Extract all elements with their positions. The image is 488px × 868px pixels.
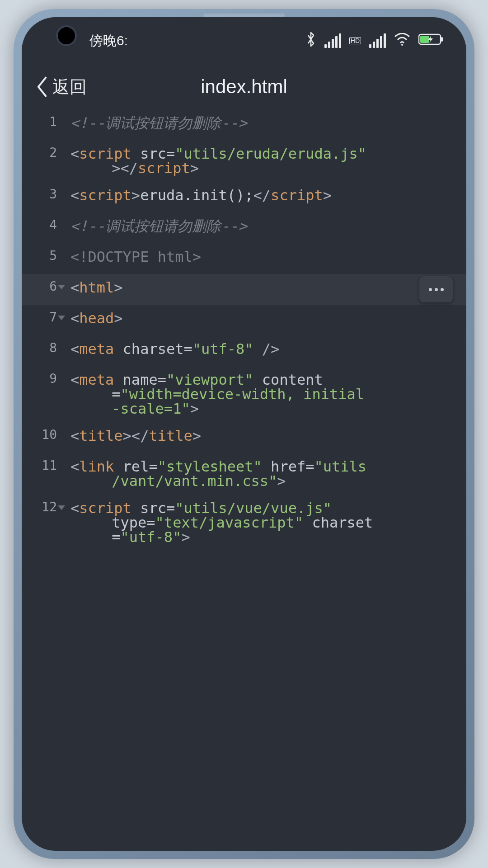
back-label: 返回 bbox=[52, 75, 87, 99]
code-line-9[interactable]: 9<meta name="viewport" content ="width=d… bbox=[22, 366, 466, 422]
status-bar: 傍晚6: HD bbox=[22, 17, 466, 64]
code-editor[interactable]: 1<!--调试按钮请勿删除-->2<script src="utils/erud… bbox=[22, 109, 466, 551]
bluetooth-icon bbox=[305, 32, 316, 50]
code-line-11[interactable]: 11<link rel="stylesheet" href="utils /va… bbox=[22, 453, 466, 495]
code-line-2[interactable]: 2<script src="utils/eruda/eruda.js" ></s… bbox=[22, 140, 466, 182]
code-content[interactable]: <script src="utils/eruda/eruda.js" ></sc… bbox=[65, 140, 466, 182]
svg-rect-3 bbox=[420, 36, 429, 43]
code-line-10[interactable]: 10<title></title> bbox=[22, 422, 466, 453]
line-number: 8 bbox=[22, 335, 65, 354]
code-content[interactable]: <link rel="stylesheet" href="utils /vant… bbox=[65, 453, 466, 495]
line-number: 5 bbox=[22, 243, 65, 262]
screen: 傍晚6: HD bbox=[22, 17, 466, 851]
phone-device-frame: 傍晚6: HD bbox=[14, 9, 474, 859]
code-line-3[interactable]: 3<script>eruda.init();</script> bbox=[22, 182, 466, 212]
line-number: 2 bbox=[22, 140, 65, 159]
svg-point-0 bbox=[401, 44, 403, 46]
svg-rect-2 bbox=[441, 37, 443, 42]
line-number: 7 bbox=[22, 305, 65, 324]
code-content[interactable]: <!--调试按钮请勿删除--> bbox=[65, 212, 466, 240]
line-number: 11 bbox=[22, 453, 65, 472]
fold-arrow-icon[interactable] bbox=[58, 316, 65, 320]
code-line-7[interactable]: 7<head> bbox=[22, 305, 466, 335]
fold-arrow-icon[interactable] bbox=[58, 505, 65, 510]
code-line-6[interactable]: 6<html> bbox=[22, 274, 466, 305]
code-content[interactable]: <head> bbox=[65, 305, 466, 332]
line-number: 3 bbox=[22, 182, 65, 201]
code-content[interactable]: <meta name="viewport" content ="width=de… bbox=[65, 366, 466, 422]
wifi-icon bbox=[394, 33, 410, 49]
code-line-1[interactable]: 1<!--调试按钮请勿删除--> bbox=[22, 109, 466, 140]
navigation-bar: 返回 index.html bbox=[22, 64, 466, 109]
chevron-left-icon bbox=[35, 76, 49, 97]
line-number: 10 bbox=[22, 422, 65, 441]
line-number: 1 bbox=[22, 109, 65, 128]
cellular-signal-icon bbox=[324, 33, 341, 48]
hd-badge: HD bbox=[349, 37, 361, 44]
file-title: index.html bbox=[201, 76, 287, 98]
code-content[interactable]: <html> bbox=[65, 274, 466, 301]
code-content[interactable]: <title></title> bbox=[65, 422, 466, 449]
cellular-signal-2-icon bbox=[369, 33, 386, 48]
back-button[interactable]: 返回 bbox=[35, 75, 87, 99]
code-line-4[interactable]: 4<!--调试按钮请勿删除--> bbox=[22, 212, 466, 243]
line-number: 12 bbox=[22, 495, 65, 514]
more-button[interactable] bbox=[419, 276, 453, 302]
code-line-8[interactable]: 8<meta charset="utf-8" /> bbox=[22, 335, 466, 366]
fold-arrow-icon[interactable] bbox=[58, 285, 65, 289]
status-time: 傍晚6: bbox=[89, 32, 128, 50]
code-content[interactable]: <!--调试按钮请勿删除--> bbox=[65, 109, 466, 137]
code-line-12[interactable]: 12<script src="utils/vue/vue.js" type="t… bbox=[22, 495, 466, 551]
code-content[interactable]: <meta charset="utf-8" /> bbox=[65, 335, 466, 363]
line-number: 9 bbox=[22, 366, 65, 385]
line-number: 6 bbox=[22, 274, 65, 293]
code-line-5[interactable]: 5<!DOCTYPE html> bbox=[22, 243, 466, 274]
camera-hole bbox=[56, 25, 77, 46]
battery-charging-icon bbox=[418, 33, 444, 49]
line-number: 4 bbox=[22, 212, 65, 231]
code-content[interactable]: <script src="utils/vue/vue.js" type="tex… bbox=[65, 495, 466, 551]
code-content[interactable]: <script>eruda.init();</script> bbox=[65, 182, 466, 209]
code-content[interactable]: <!DOCTYPE html> bbox=[65, 243, 466, 270]
